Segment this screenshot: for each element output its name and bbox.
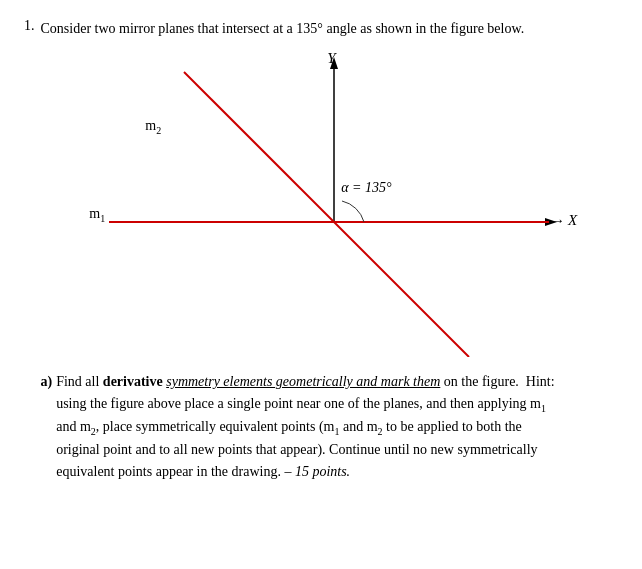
question-intro: Consider two mirror planes that intersec… [41,21,525,36]
m2-label: m2 [145,115,161,138]
part-a-label: a) [41,371,53,483]
part-a-content: Find all derivative symmetry elements ge… [56,371,618,483]
and-text: and [56,419,76,434]
x-axis-label: → X [551,209,578,232]
arrow-icon: → [551,213,569,228]
y-axis-label: Y [327,47,335,70]
part-a-intro: Find all derivative symmetry elements ge… [56,374,554,479]
svg-line-5 [184,72,469,357]
question-text: Consider two mirror planes that intersec… [41,18,619,483]
m1-label: m1 [89,203,105,226]
part-a-text: a) Find all derivative symmetry elements… [41,371,619,483]
question-number-label: 1. [24,18,35,34]
x-label-text: X [568,212,577,228]
part-a-container: a) Find all derivative symmetry elements… [41,371,619,483]
y-label-text: Y [327,50,335,66]
question-container: 1. Consider two mirror planes that inter… [24,18,618,483]
figure-container: Y → X m2 m1 α = 135° [79,47,579,357]
alpha-label: α = 135° [341,177,391,198]
figure-svg [79,47,579,357]
